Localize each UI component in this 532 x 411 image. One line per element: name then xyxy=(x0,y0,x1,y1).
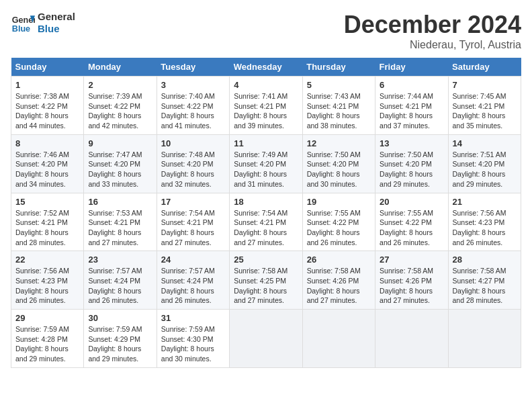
sunset: Sunset: 4:30 PM xyxy=(161,335,214,343)
day-info: Sunrise: 7:49 AM Sunset: 4:20 PM Dayligh… xyxy=(234,150,298,189)
calendar-week-row: 29 Sunrise: 7:59 AM Sunset: 4:28 PM Dayl… xyxy=(11,310,521,368)
day-number: 22 xyxy=(15,255,79,265)
daylight: Daylight: 8 hours and 26 minutes. xyxy=(161,287,214,305)
day-info: Sunrise: 7:47 AM Sunset: 4:20 PM Dayligh… xyxy=(88,150,152,189)
calendar-cell: 17 Sunrise: 7:54 AM Sunset: 4:21 PM Dayl… xyxy=(157,193,229,251)
weekday-header: Sunday xyxy=(11,58,84,77)
logo-icon: General Blue xyxy=(11,11,35,35)
calendar-cell: 30 Sunrise: 7:59 AM Sunset: 4:29 PM Dayl… xyxy=(84,310,157,368)
logo-line2: Blue xyxy=(38,23,75,35)
day-info: Sunrise: 7:54 AM Sunset: 4:21 PM Dayligh… xyxy=(234,208,298,248)
calendar-cell: 19 Sunrise: 7:55 AM Sunset: 4:22 PM Dayl… xyxy=(302,193,375,251)
daylight: Daylight: 8 hours and 26 minutes. xyxy=(380,228,433,246)
sunrise: Sunrise: 7:56 AM xyxy=(453,209,506,217)
daylight: Daylight: 8 hours and 33 minutes. xyxy=(88,170,141,188)
sunrise: Sunrise: 7:38 AM xyxy=(15,92,69,100)
day-number: 2 xyxy=(88,80,152,90)
daylight: Daylight: 8 hours and 26 minutes. xyxy=(453,228,506,246)
day-number: 10 xyxy=(161,138,225,148)
sunset: Sunset: 4:21 PM xyxy=(161,218,214,226)
day-info: Sunrise: 7:46 AM Sunset: 4:20 PM Dayligh… xyxy=(15,150,79,189)
month-title: December 2024 xyxy=(344,11,521,39)
weekday-header: Wednesday xyxy=(230,58,302,77)
sunrise: Sunrise: 7:50 AM xyxy=(307,150,361,158)
sunrise: Sunrise: 7:43 AM xyxy=(307,92,361,100)
calendar-cell: 9 Sunrise: 7:47 AM Sunset: 4:20 PM Dayli… xyxy=(84,134,157,193)
sunrise: Sunrise: 7:58 AM xyxy=(307,267,361,275)
day-number: 30 xyxy=(88,313,152,323)
day-info: Sunrise: 7:40 AM Sunset: 4:22 PM Dayligh… xyxy=(161,91,225,131)
day-info: Sunrise: 7:59 AM Sunset: 4:30 PM Dayligh… xyxy=(161,324,225,364)
location: Niederau, Tyrol, Austria xyxy=(344,39,521,51)
calendar-cell: 24 Sunrise: 7:57 AM Sunset: 4:24 PM Dayl… xyxy=(157,251,229,310)
day-number: 28 xyxy=(453,255,517,265)
sunset: Sunset: 4:21 PM xyxy=(453,102,505,110)
weekday-header: Thursday xyxy=(302,58,375,77)
daylight: Daylight: 8 hours and 28 minutes. xyxy=(453,287,506,305)
sunrise: Sunrise: 7:49 AM xyxy=(234,150,287,158)
calendar-cell: 11 Sunrise: 7:49 AM Sunset: 4:20 PM Dayl… xyxy=(230,134,302,193)
day-info: Sunrise: 7:48 AM Sunset: 4:20 PM Dayligh… xyxy=(161,150,225,189)
day-info: Sunrise: 7:45 AM Sunset: 4:21 PM Dayligh… xyxy=(453,91,517,131)
day-info: Sunrise: 7:58 AM Sunset: 4:26 PM Dayligh… xyxy=(380,266,443,306)
day-number: 5 xyxy=(307,80,371,90)
day-info: Sunrise: 7:58 AM Sunset: 4:26 PM Dayligh… xyxy=(307,266,371,306)
daylight: Daylight: 8 hours and 27 minutes. xyxy=(234,287,287,305)
calendar-header-row: SundayMondayTuesdayWednesdayThursdayFrid… xyxy=(11,58,521,77)
daylight: Daylight: 8 hours and 27 minutes. xyxy=(88,228,141,246)
sunset: Sunset: 4:21 PM xyxy=(307,102,359,110)
sunrise: Sunrise: 7:52 AM xyxy=(15,209,69,217)
day-info: Sunrise: 7:56 AM Sunset: 4:23 PM Dayligh… xyxy=(453,208,517,248)
day-info: Sunrise: 7:57 AM Sunset: 4:24 PM Dayligh… xyxy=(88,266,152,306)
daylight: Daylight: 8 hours and 37 minutes. xyxy=(380,111,433,130)
sunset: Sunset: 4:21 PM xyxy=(15,218,68,226)
day-number: 23 xyxy=(88,255,152,265)
day-info: Sunrise: 7:51 AM Sunset: 4:20 PM Dayligh… xyxy=(453,150,517,189)
sunset: Sunset: 4:28 PM xyxy=(15,335,68,343)
day-number: 21 xyxy=(453,197,517,207)
day-number: 24 xyxy=(161,255,225,265)
logo-line1: General xyxy=(38,11,75,23)
calendar-cell: 28 Sunrise: 7:58 AM Sunset: 4:27 PM Dayl… xyxy=(448,251,521,310)
calendar-week-row: 15 Sunrise: 7:52 AM Sunset: 4:21 PM Dayl… xyxy=(11,193,521,251)
calendar-cell xyxy=(230,310,302,368)
sunset: Sunset: 4:20 PM xyxy=(307,160,359,168)
daylight: Daylight: 8 hours and 39 minutes. xyxy=(234,111,287,130)
daylight: Daylight: 8 hours and 27 minutes. xyxy=(234,228,287,246)
day-number: 29 xyxy=(15,313,79,323)
day-info: Sunrise: 7:56 AM Sunset: 4:23 PM Dayligh… xyxy=(15,266,79,306)
day-number: 12 xyxy=(307,138,371,148)
weekday-header: Saturday xyxy=(448,58,521,77)
day-number: 14 xyxy=(453,138,517,148)
calendar-cell: 10 Sunrise: 7:48 AM Sunset: 4:20 PM Dayl… xyxy=(157,134,229,193)
calendar-cell: 4 Sunrise: 7:41 AM Sunset: 4:21 PM Dayli… xyxy=(230,77,302,135)
day-number: 4 xyxy=(234,80,298,90)
daylight: Daylight: 8 hours and 38 minutes. xyxy=(307,111,360,130)
day-info: Sunrise: 7:50 AM Sunset: 4:20 PM Dayligh… xyxy=(380,150,443,189)
sunrise: Sunrise: 7:55 AM xyxy=(307,209,361,217)
day-number: 11 xyxy=(234,138,298,148)
weekday-header: Friday xyxy=(375,58,448,77)
calendar-cell: 2 Sunrise: 7:39 AM Sunset: 4:22 PM Dayli… xyxy=(84,77,157,135)
sunrise: Sunrise: 7:53 AM xyxy=(88,209,142,217)
daylight: Daylight: 8 hours and 44 minutes. xyxy=(15,111,69,130)
header: General Blue General Blue December 2024 … xyxy=(11,11,521,51)
sunset: Sunset: 4:20 PM xyxy=(380,160,432,168)
sunset: Sunset: 4:20 PM xyxy=(88,160,140,168)
calendar-cell xyxy=(448,310,521,368)
calendar-cell: 6 Sunrise: 7:44 AM Sunset: 4:21 PM Dayli… xyxy=(375,77,448,135)
daylight: Daylight: 8 hours and 41 minutes. xyxy=(161,111,214,130)
sunrise: Sunrise: 7:39 AM xyxy=(88,92,142,100)
calendar-cell: 15 Sunrise: 7:52 AM Sunset: 4:21 PM Dayl… xyxy=(11,193,84,251)
day-number: 16 xyxy=(88,197,152,207)
sunrise: Sunrise: 7:54 AM xyxy=(234,209,287,217)
day-info: Sunrise: 7:58 AM Sunset: 4:27 PM Dayligh… xyxy=(453,266,517,306)
sunrise: Sunrise: 7:56 AM xyxy=(15,267,69,275)
weekday-header: Monday xyxy=(84,58,157,77)
calendar-cell: 21 Sunrise: 7:56 AM Sunset: 4:23 PM Dayl… xyxy=(448,193,521,251)
sunset: Sunset: 4:26 PM xyxy=(380,277,432,285)
day-info: Sunrise: 7:53 AM Sunset: 4:21 PM Dayligh… xyxy=(88,208,152,248)
sunrise: Sunrise: 7:57 AM xyxy=(88,267,142,275)
day-number: 9 xyxy=(88,138,152,148)
sunset: Sunset: 4:22 PM xyxy=(380,218,432,226)
